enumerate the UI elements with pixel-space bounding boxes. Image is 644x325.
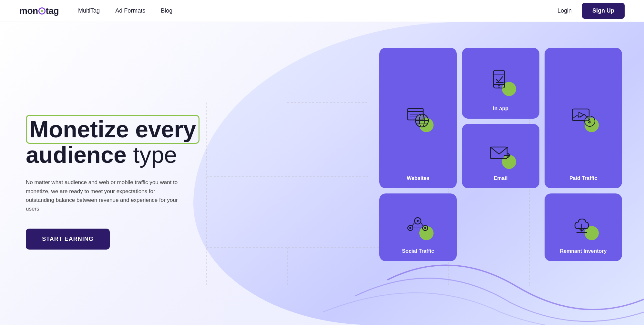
websites-icon bbox=[405, 104, 431, 130]
paid-traffic-icon: $ bbox=[570, 104, 596, 130]
inapp-icon-wrap bbox=[488, 68, 514, 94]
svg-line-32 bbox=[421, 223, 423, 226]
remnant-icon-wrap bbox=[570, 212, 596, 238]
logo[interactable]: mon tag bbox=[19, 6, 59, 16]
login-link[interactable]: Login bbox=[557, 7, 572, 14]
logo-text-2: tag bbox=[46, 6, 59, 16]
logo-text: mon bbox=[19, 6, 38, 16]
social-icon-wrap bbox=[405, 212, 431, 238]
email-icon bbox=[488, 141, 514, 166]
navbar: mon tag MultiTag Ad Formats Blog Login S… bbox=[0, 0, 644, 22]
signup-button[interactable]: Sign Up bbox=[582, 3, 625, 19]
card-social-traffic[interactable]: Social Traffic bbox=[379, 193, 457, 261]
hero-title-highlight: Monetize every bbox=[26, 115, 199, 144]
hero-section: Monetize every audience type No matter w… bbox=[0, 22, 644, 325]
card-inapp[interactable]: In-app bbox=[462, 48, 539, 119]
svg-point-35 bbox=[409, 227, 411, 229]
start-earning-button[interactable]: START EARNING bbox=[26, 229, 110, 250]
remnant-inventory-label: Remnant Inventory bbox=[560, 248, 607, 254]
paid-traffic-label: Paid Traffic bbox=[569, 175, 597, 181]
nav-ad-formats[interactable]: Ad Formats bbox=[115, 7, 145, 14]
social-traffic-label: Social Traffic bbox=[402, 248, 434, 254]
inapp-label: In-app bbox=[493, 106, 508, 112]
nav-blog[interactable]: Blog bbox=[161, 7, 172, 14]
cards-grid: Websites In-app bbox=[379, 48, 625, 261]
card-websites[interactable]: Websites bbox=[379, 48, 457, 188]
social-icon bbox=[405, 212, 431, 238]
inapp-icon bbox=[488, 68, 514, 94]
websites-label: Websites bbox=[407, 175, 429, 181]
hero-description: No matter what audience and web or mobil… bbox=[26, 178, 181, 213]
svg-text:$: $ bbox=[588, 119, 591, 124]
nav-right: Login Sign Up bbox=[557, 3, 625, 19]
hero-left: Monetize every audience type No matter w… bbox=[0, 22, 200, 325]
svg-point-34 bbox=[417, 220, 419, 222]
paid-traffic-icon-wrap: $ bbox=[570, 104, 596, 130]
logo-icon bbox=[38, 7, 46, 15]
email-label: Email bbox=[494, 175, 508, 181]
nav-multitag[interactable]: MultiTag bbox=[78, 7, 100, 14]
hero-title-audience: audience bbox=[26, 142, 127, 168]
hero-title: Monetize every audience type bbox=[26, 117, 200, 168]
card-paid-traffic[interactable]: $ Paid Traffic bbox=[545, 48, 622, 188]
websites-icon-wrap bbox=[405, 104, 431, 130]
svg-point-21 bbox=[498, 85, 500, 87]
hero-title-suffix: type bbox=[133, 142, 177, 168]
card-remnant-inventory[interactable]: Remnant Inventory bbox=[545, 193, 622, 261]
remnant-icon bbox=[570, 212, 596, 238]
card-email[interactable]: Email bbox=[462, 124, 539, 188]
svg-point-36 bbox=[424, 227, 426, 229]
nav-links: MultiTag Ad Formats Blog bbox=[78, 7, 557, 14]
svg-line-31 bbox=[412, 223, 414, 226]
email-icon-wrap bbox=[488, 141, 514, 166]
